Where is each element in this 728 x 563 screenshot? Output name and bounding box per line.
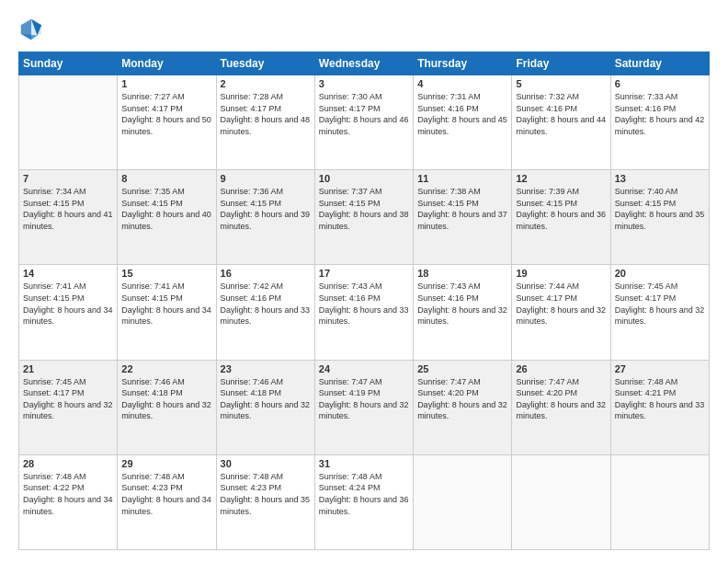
calendar-cell	[610, 454, 709, 549]
calendar-cell: 19Sunrise: 7:44 AMSunset: 4:17 PMDayligh…	[512, 265, 610, 360]
day-info: Sunrise: 7:37 AMSunset: 4:15 PMDaylight:…	[319, 186, 409, 232]
day-info: Sunrise: 7:48 AMSunset: 4:24 PMDaylight:…	[319, 471, 409, 517]
day-number: 31	[319, 458, 409, 469]
day-info: Sunrise: 7:45 AMSunset: 4:17 PMDaylight:…	[615, 281, 705, 327]
weekday-header-thursday: Thursday	[414, 52, 512, 75]
day-number: 20	[615, 268, 705, 279]
day-number: 4	[417, 78, 507, 89]
day-number: 7	[23, 173, 113, 184]
calendar-cell: 31Sunrise: 7:48 AMSunset: 4:24 PMDayligh…	[314, 454, 413, 549]
weekday-header-row: SundayMondayTuesdayWednesdayThursdayFrid…	[19, 52, 710, 75]
day-number: 15	[121, 268, 211, 279]
day-info: Sunrise: 7:31 AMSunset: 4:16 PMDaylight:…	[417, 91, 507, 137]
day-number: 1	[121, 78, 211, 89]
weekday-header-saturday: Saturday	[610, 52, 709, 75]
day-info: Sunrise: 7:45 AMSunset: 4:17 PMDaylight:…	[23, 376, 113, 422]
day-info: Sunrise: 7:47 AMSunset: 4:20 PMDaylight:…	[516, 376, 606, 422]
day-info: Sunrise: 7:40 AMSunset: 4:15 PMDaylight:…	[615, 186, 705, 232]
calendar-cell: 30Sunrise: 7:48 AMSunset: 4:23 PMDayligh…	[216, 454, 314, 549]
calendar-cell: 27Sunrise: 7:48 AMSunset: 4:21 PMDayligh…	[610, 360, 709, 454]
calendar-cell: 2Sunrise: 7:28 AMSunset: 4:17 PMDaylight…	[216, 75, 314, 170]
calendar-cell	[414, 454, 512, 549]
calendar-cell: 28Sunrise: 7:48 AMSunset: 4:22 PMDayligh…	[19, 454, 118, 549]
day-number: 12	[516, 173, 606, 184]
day-info: Sunrise: 7:48 AMSunset: 4:21 PMDaylight:…	[615, 376, 705, 422]
calendar-week-row: 21Sunrise: 7:45 AMSunset: 4:17 PMDayligh…	[19, 360, 710, 454]
day-number: 10	[319, 173, 409, 184]
day-info: Sunrise: 7:36 AMSunset: 4:15 PMDaylight:…	[221, 186, 311, 232]
logo	[18, 17, 48, 42]
calendar-cell: 13Sunrise: 7:40 AMSunset: 4:15 PMDayligh…	[610, 170, 709, 265]
calendar-cell	[512, 454, 610, 549]
day-info: Sunrise: 7:48 AMSunset: 4:23 PMDaylight:…	[221, 471, 311, 517]
day-info: Sunrise: 7:32 AMSunset: 4:16 PMDaylight:…	[516, 91, 606, 137]
day-info: Sunrise: 7:39 AMSunset: 4:15 PMDaylight:…	[516, 186, 606, 232]
day-number: 30	[221, 458, 311, 469]
day-info: Sunrise: 7:46 AMSunset: 4:18 PMDaylight:…	[221, 376, 311, 422]
calendar-cell	[19, 75, 118, 170]
calendar-cell: 15Sunrise: 7:41 AMSunset: 4:15 PMDayligh…	[118, 265, 216, 360]
day-number: 5	[516, 78, 606, 89]
calendar-cell: 4Sunrise: 7:31 AMSunset: 4:16 PMDaylight…	[414, 75, 512, 170]
weekday-header-friday: Friday	[512, 52, 610, 75]
logo-icon	[18, 17, 44, 42]
calendar-cell: 8Sunrise: 7:35 AMSunset: 4:15 PMDaylight…	[118, 170, 216, 265]
day-number: 27	[615, 363, 705, 374]
day-number: 16	[221, 268, 311, 279]
calendar-cell: 26Sunrise: 7:47 AMSunset: 4:20 PMDayligh…	[512, 360, 610, 454]
day-info: Sunrise: 7:35 AMSunset: 4:15 PMDaylight:…	[121, 186, 211, 232]
page: SundayMondayTuesdayWednesdayThursdayFrid…	[0, 0, 728, 563]
calendar-cell: 1Sunrise: 7:27 AMSunset: 4:17 PMDaylight…	[118, 75, 216, 170]
day-number: 28	[23, 458, 113, 469]
calendar-week-row: 1Sunrise: 7:27 AMSunset: 4:17 PMDaylight…	[19, 75, 710, 170]
day-info: Sunrise: 7:47 AMSunset: 4:19 PMDaylight:…	[319, 376, 409, 422]
day-number: 23	[221, 363, 311, 374]
calendar-cell: 18Sunrise: 7:43 AMSunset: 4:16 PMDayligh…	[414, 265, 512, 360]
weekday-header-monday: Monday	[118, 52, 216, 75]
day-number: 29	[121, 458, 211, 469]
day-info: Sunrise: 7:27 AMSunset: 4:17 PMDaylight:…	[121, 91, 211, 137]
day-info: Sunrise: 7:48 AMSunset: 4:23 PMDaylight:…	[121, 471, 211, 517]
day-number: 21	[23, 363, 113, 374]
day-number: 19	[516, 268, 606, 279]
calendar-cell: 21Sunrise: 7:45 AMSunset: 4:17 PMDayligh…	[19, 360, 118, 454]
day-info: Sunrise: 7:28 AMSunset: 4:17 PMDaylight:…	[221, 91, 311, 137]
day-number: 18	[417, 268, 507, 279]
calendar-cell: 14Sunrise: 7:41 AMSunset: 4:15 PMDayligh…	[19, 265, 118, 360]
day-number: 6	[615, 78, 705, 89]
calendar-week-row: 7Sunrise: 7:34 AMSunset: 4:15 PMDaylight…	[19, 170, 710, 265]
day-number: 14	[23, 268, 113, 279]
calendar-cell: 10Sunrise: 7:37 AMSunset: 4:15 PMDayligh…	[314, 170, 413, 265]
calendar-cell: 17Sunrise: 7:43 AMSunset: 4:16 PMDayligh…	[314, 265, 413, 360]
day-info: Sunrise: 7:38 AMSunset: 4:15 PMDaylight:…	[417, 186, 507, 232]
day-info: Sunrise: 7:33 AMSunset: 4:16 PMDaylight:…	[615, 91, 705, 137]
calendar-cell: 7Sunrise: 7:34 AMSunset: 4:15 PMDaylight…	[19, 170, 118, 265]
calendar-cell: 16Sunrise: 7:42 AMSunset: 4:16 PMDayligh…	[216, 265, 314, 360]
day-info: Sunrise: 7:41 AMSunset: 4:15 PMDaylight:…	[121, 281, 211, 327]
header	[18, 17, 710, 42]
day-number: 24	[319, 363, 409, 374]
calendar-cell: 22Sunrise: 7:46 AMSunset: 4:18 PMDayligh…	[118, 360, 216, 454]
day-info: Sunrise: 7:41 AMSunset: 4:15 PMDaylight:…	[23, 281, 113, 327]
calendar-cell: 11Sunrise: 7:38 AMSunset: 4:15 PMDayligh…	[414, 170, 512, 265]
day-number: 17	[319, 268, 409, 279]
calendar-cell: 25Sunrise: 7:47 AMSunset: 4:20 PMDayligh…	[414, 360, 512, 454]
svg-marker-3	[21, 19, 31, 40]
day-info: Sunrise: 7:43 AMSunset: 4:16 PMDaylight:…	[319, 281, 409, 327]
day-number: 22	[121, 363, 211, 374]
calendar-cell: 29Sunrise: 7:48 AMSunset: 4:23 PMDayligh…	[118, 454, 216, 549]
calendar-cell: 24Sunrise: 7:47 AMSunset: 4:19 PMDayligh…	[314, 360, 413, 454]
day-info: Sunrise: 7:47 AMSunset: 4:20 PMDaylight:…	[417, 376, 507, 422]
calendar-week-row: 14Sunrise: 7:41 AMSunset: 4:15 PMDayligh…	[19, 265, 710, 360]
weekday-header-tuesday: Tuesday	[216, 52, 314, 75]
day-info: Sunrise: 7:44 AMSunset: 4:17 PMDaylight:…	[516, 281, 606, 327]
day-info: Sunrise: 7:46 AMSunset: 4:18 PMDaylight:…	[121, 376, 211, 422]
day-number: 11	[417, 173, 507, 184]
day-info: Sunrise: 7:42 AMSunset: 4:16 PMDaylight:…	[221, 281, 311, 327]
calendar-week-row: 28Sunrise: 7:48 AMSunset: 4:22 PMDayligh…	[19, 454, 710, 549]
calendar-cell: 12Sunrise: 7:39 AMSunset: 4:15 PMDayligh…	[512, 170, 610, 265]
calendar-cell: 20Sunrise: 7:45 AMSunset: 4:17 PMDayligh…	[610, 265, 709, 360]
calendar-cell: 9Sunrise: 7:36 AMSunset: 4:15 PMDaylight…	[216, 170, 314, 265]
weekday-header-sunday: Sunday	[19, 52, 118, 75]
day-number: 8	[121, 173, 211, 184]
